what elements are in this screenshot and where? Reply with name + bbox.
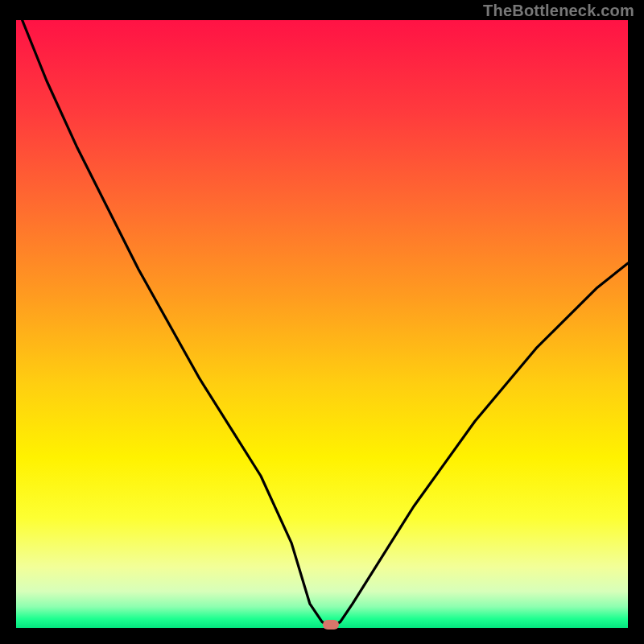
chart-frame: TheBottleneck.com (0, 0, 644, 644)
bottleneck-curve (16, 20, 628, 628)
plot-area (16, 20, 628, 628)
watermark-text: TheBottleneck.com (483, 2, 634, 20)
optimal-point-marker (323, 620, 339, 630)
